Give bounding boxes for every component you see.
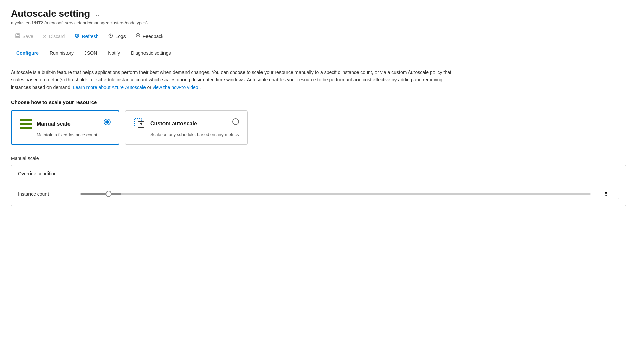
custom-autoscale-title: Custom autoscale — [150, 121, 197, 127]
svg-point-8 — [137, 35, 138, 36]
override-condition-header: Override condition — [11, 165, 626, 182]
manual-scale-card[interactable]: Manual scale Maintain a fixed instance c… — [11, 110, 119, 145]
page-title: Autoscale setting ... — [11, 8, 626, 19]
scale-section-heading: Choose how to scale your resource — [11, 99, 626, 105]
svg-point-4 — [110, 35, 111, 36]
instance-count-input[interactable] — [599, 189, 619, 199]
discard-icon: ✕ — [43, 34, 47, 39]
discard-button[interactable]: ✕ Discard — [39, 32, 69, 41]
tab-diagnostic-settings[interactable]: Diagnostic settings — [126, 46, 176, 60]
tab-json[interactable]: JSON — [79, 46, 102, 60]
save-icon — [15, 33, 20, 40]
custom-autoscale-card[interactable]: Custom autoscale Scale on any schedule, … — [125, 110, 248, 145]
svg-rect-2 — [16, 36, 19, 37]
instance-count-row: Instance count — [11, 182, 626, 206]
manual-scale-label: Manual scale — [11, 156, 626, 161]
toolbar: Save ✕ Discard Refresh Logs — [11, 31, 626, 46]
logs-button[interactable]: Logs — [104, 31, 130, 42]
svg-point-9 — [138, 35, 139, 36]
manual-scale-icon — [20, 118, 32, 130]
override-condition-box: Override condition Instance count — [11, 165, 626, 206]
manual-scale-title: Manual scale — [37, 121, 71, 127]
logs-icon — [108, 33, 113, 40]
slider-container — [80, 193, 591, 195]
refresh-button[interactable]: Refresh — [70, 31, 102, 42]
tab-bar: Configure Run history JSON Notify Diagno… — [11, 46, 626, 60]
manual-scale-desc: Maintain a fixed instance count — [37, 132, 111, 137]
svg-rect-1 — [17, 34, 19, 35]
how-to-video-link[interactable]: view the how-to video — [153, 85, 198, 90]
custom-autoscale-desc: Scale on any schedule, based on any metr… — [150, 132, 239, 137]
custom-autoscale-radio[interactable] — [232, 118, 239, 125]
instance-count-label: Instance count — [18, 191, 72, 197]
description-text: Autoscale is a built-in feature that hel… — [11, 68, 452, 91]
page-subtitle: mycluster-1/NT2 (microsoft.servicefabric… — [11, 20, 626, 25]
scale-options: Manual scale Maintain a fixed instance c… — [11, 110, 626, 145]
more-options-icon[interactable]: ... — [94, 10, 99, 17]
manual-scale-radio[interactable] — [104, 119, 111, 125]
refresh-icon — [74, 33, 80, 40]
instance-count-slider[interactable] — [80, 193, 591, 195]
learn-more-link[interactable]: Learn more about Azure Autoscale — [73, 85, 146, 90]
feedback-button[interactable]: Feedback — [131, 31, 168, 42]
save-button[interactable]: Save — [11, 31, 37, 42]
custom-autoscale-icon — [133, 118, 146, 130]
feedback-icon — [135, 33, 141, 40]
tab-notify[interactable]: Notify — [102, 46, 126, 60]
tab-configure[interactable]: Configure — [11, 46, 44, 60]
tab-run-history[interactable]: Run history — [44, 46, 79, 60]
